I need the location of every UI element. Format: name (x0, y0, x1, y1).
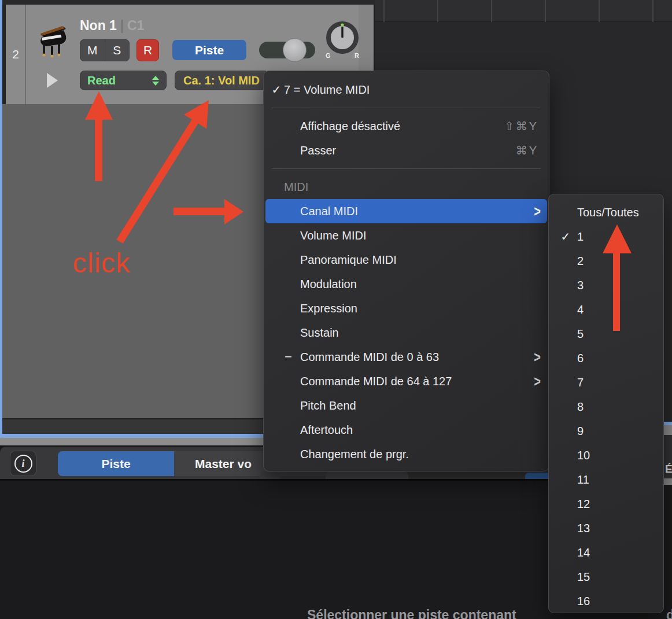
annotation-arrow-submenu-head (603, 224, 632, 253)
menu-item-expression[interactable]: Expression (264, 296, 549, 320)
submenu-item-channel-5[interactable]: 5 (549, 322, 663, 346)
annotation-arrow-submenu-shaft (613, 252, 620, 331)
updown-chevrons-icon (152, 76, 159, 86)
partially-hidden-control (525, 473, 548, 479)
submenu-item-channel-14[interactable]: 14 (549, 540, 663, 565)
submenu-item-channel-15[interactable]: 15 (549, 565, 663, 589)
divider-strip-fragment (664, 478, 672, 485)
menu-item-passer[interactable]: Passer ⌘Y (264, 138, 549, 163)
submenu-item-channel-9[interactable]: 9 (549, 419, 663, 443)
track-name-separator: | (117, 18, 127, 33)
ruler-gridline (599, 0, 600, 22)
menu-item-current-parameter[interactable]: ✓ 7 = Volume MIDI (264, 78, 549, 102)
submenu-item-tous-toutes[interactable]: Tous/Toutes (549, 200, 663, 224)
submenu-item-label: 1 (577, 230, 584, 244)
ruler-gridline (652, 0, 653, 22)
submenu-item-label: 6 (577, 352, 584, 365)
submenu-item-label: 5 (577, 327, 584, 341)
menu-item-commande-64-127[interactable]: Commande MIDI de 64 à 127 > (264, 369, 549, 393)
pan-left-label: G (326, 52, 331, 59)
menu-item-label: Affichage désactivé (300, 120, 400, 133)
menu-item-label: Panoramique MIDI (300, 253, 397, 267)
submenu-chevron-icon: > (534, 203, 541, 220)
automation-mode-dropdown[interactable]: Read (80, 71, 167, 90)
mute-solo-group: M S (80, 39, 130, 61)
submenu-item-label: 9 (577, 425, 584, 438)
submenu-chevron-icon: > (534, 373, 541, 390)
midi-channel-submenu: Tous/Toutes ✓ 1 2 3 4 5 6 7 8 9 10 11 12… (548, 194, 664, 613)
submenu-item-label: 10 (577, 449, 590, 462)
pan-knob-labels: G R (326, 52, 359, 59)
submenu-item-channel-3[interactable]: 3 (549, 273, 663, 297)
menu-item-pitch-bend[interactable]: Pitch Bend (264, 393, 549, 418)
annotation-arrow-up-head (85, 91, 113, 120)
annotation-arrow-up-shaft (95, 119, 102, 181)
submenu-item-channel-12[interactable]: 12 (549, 492, 663, 516)
track-channel-label: C1 (127, 18, 144, 33)
mute-button[interactable]: M (80, 40, 105, 61)
submenu-item-label: 4 (577, 303, 584, 316)
menu-item-modulation[interactable]: Modulation (264, 272, 549, 296)
record-enable-button[interactable]: R (136, 39, 159, 61)
menu-separator (272, 168, 541, 169)
submenu-item-channel-10[interactable]: 10 (549, 443, 663, 467)
editor-hint-text: Sélectionner une piste contenant (307, 607, 516, 619)
submenu-item-label: 3 (577, 279, 584, 292)
submenu-item-label: 15 (577, 570, 590, 584)
shortcut-label: ⇧⌘Y (504, 119, 538, 133)
submenu-item-channel-4[interactable]: 4 (549, 297, 663, 322)
info-button[interactable]: i (10, 451, 36, 476)
pan-knob[interactable] (326, 21, 359, 57)
submenu-item-label: 16 (577, 595, 590, 608)
track-name[interactable]: Non 1|C1 (80, 18, 144, 34)
piano-track-icon (34, 19, 71, 60)
menu-item-label: Modulation (300, 278, 357, 291)
menu-item-label: Expression (300, 302, 357, 315)
menu-item-commande-0-63[interactable]: − Commande MIDI de 0 à 63 > (264, 345, 549, 369)
divider-strip-fragment (664, 425, 672, 435)
menu-item-volume-midi[interactable]: Volume MIDI (264, 223, 549, 248)
menu-item-label: Commande MIDI de 0 à 63 (300, 351, 439, 364)
submenu-item-channel-13[interactable]: 13 (549, 516, 663, 540)
menu-item-panoramique-midi[interactable]: Panoramique MIDI (264, 248, 549, 272)
piste-button[interactable]: Piste (172, 40, 246, 60)
annotation-arrow-right-head (224, 199, 243, 224)
top-strip (0, 0, 375, 5)
submenu-item-channel-7[interactable]: 7 (549, 370, 663, 395)
annotation-click-label: click (73, 246, 131, 279)
menu-item-label: Pitch Bend (300, 399, 356, 412)
submenu-item-channel-11[interactable]: 11 (549, 467, 663, 492)
logic-pro-window: 2 Non 1|C1 M S R Piste (0, 0, 672, 619)
automation-mode-label: Read (87, 74, 152, 87)
menu-item-sustain[interactable]: Sustain (264, 320, 549, 345)
submenu-item-label: 12 (577, 498, 590, 511)
menu-item-changement-de-prgr[interactable]: Changement de prgr. (264, 442, 549, 466)
edge-button-fragment[interactable]: É (665, 463, 672, 476)
editor-hint-text-fragment: d (666, 607, 672, 619)
submenu-item-channel-8[interactable]: 8 (549, 395, 663, 419)
automation-parameter-dropdown[interactable]: Ca. 1: Vol MID (175, 71, 266, 90)
menu-item-affichage-desactive[interactable]: Affichage désactivé ⇧⌘Y (264, 114, 549, 138)
submenu-item-channel-6[interactable]: 6 (549, 346, 663, 370)
ruler-gridline (545, 0, 546, 22)
automation-parameter-menu: ✓ 7 = Volume MIDI Affichage désactivé ⇧⌘… (263, 71, 549, 471)
menu-section-header-midi: MIDI (264, 175, 549, 199)
partially-hidden-control (260, 471, 280, 479)
menu-item-canal-midi[interactable]: Canal MIDI > (265, 199, 547, 223)
submenu-item-channel-16[interactable]: 16 (549, 589, 663, 613)
track-number: 2 (6, 47, 25, 61)
focus-border-left (0, 0, 2, 438)
shortcut-label: ⌘Y (516, 143, 538, 157)
solo-button[interactable]: S (105, 40, 130, 61)
info-icon: i (14, 455, 32, 473)
track-on-toggle-knob[interactable] (283, 38, 307, 62)
tab-piste[interactable]: Piste (58, 451, 174, 476)
checkmark-icon: ✓ (269, 83, 284, 97)
disclosure-triangle-icon[interactable] (47, 73, 58, 88)
menu-item-aftertouch[interactable]: Aftertouch (264, 418, 549, 442)
ruler-gridline (491, 0, 492, 22)
annotation-arrow-right-shaft (173, 208, 225, 215)
menu-item-label: Canal MIDI (300, 205, 358, 218)
submenu-item-label: 11 (577, 473, 589, 487)
timeline-ruler[interactable] (375, 0, 672, 22)
